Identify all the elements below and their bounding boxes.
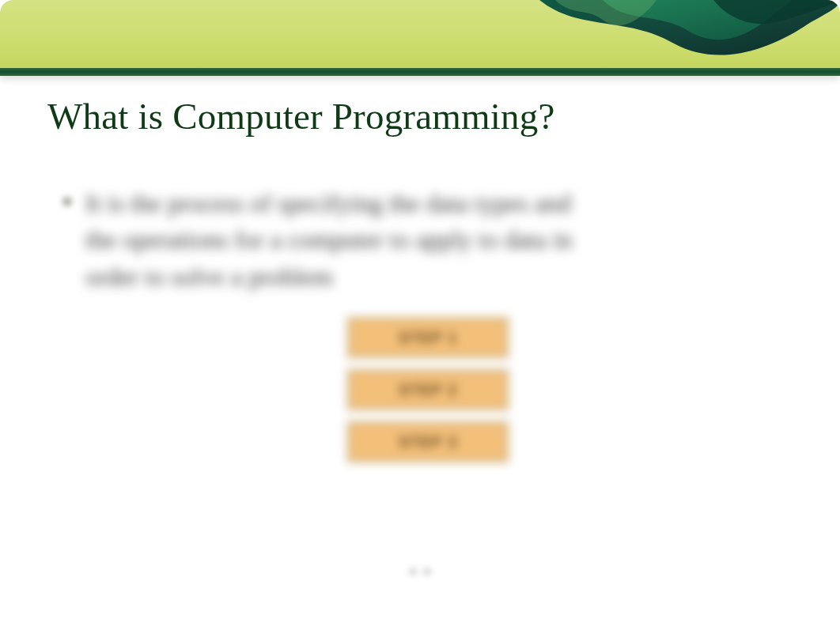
header-bar — [0, 0, 840, 68]
dot-icon — [410, 568, 416, 575]
bullet-text: It is the process of specifying the data… — [85, 185, 592, 295]
leaf-icon — [508, 0, 840, 68]
footer-indicator — [410, 568, 430, 575]
content-area: It is the process of specifying the data… — [63, 185, 793, 461]
bullet-item: It is the process of specifying the data… — [63, 185, 793, 295]
slide-container: What is Computer Programming? It is the … — [0, 0, 840, 630]
header-decoration — [508, 0, 840, 68]
steps-diagram: STEP 1 STEP 2 STEP 3 — [341, 319, 515, 461]
header-underline — [0, 68, 840, 76]
dot-icon — [424, 568, 430, 575]
step-box-2: STEP 2 — [349, 371, 507, 409]
slide-title: What is Computer Programming? — [47, 95, 840, 138]
step-box-1: STEP 1 — [349, 319, 507, 356]
bullet-dot-icon — [63, 198, 71, 206]
step-box-3: STEP 3 — [349, 423, 507, 461]
